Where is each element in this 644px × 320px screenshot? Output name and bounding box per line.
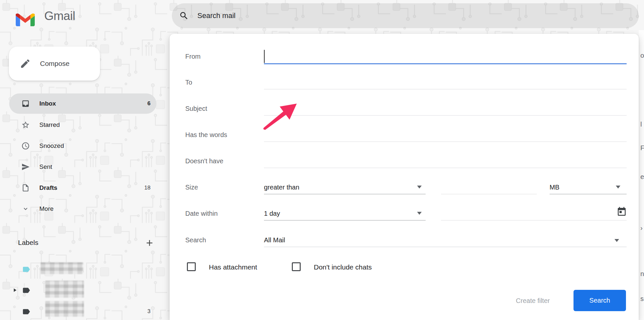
subject-field-label: Subject bbox=[185, 105, 207, 112]
sidebar-item-sent[interactable]: Sent bbox=[9, 157, 156, 177]
compose-button[interactable]: Compose bbox=[9, 47, 100, 81]
expand-triangle-icon[interactable] bbox=[12, 287, 18, 293]
sidebar-item-starred[interactable]: Starred bbox=[9, 115, 156, 135]
size-operator-dropdown-arrow-icon[interactable] bbox=[417, 186, 422, 189]
cutoff-text-fragment: n bbox=[640, 270, 644, 278]
search-icon bbox=[179, 11, 189, 21]
date-input[interactable] bbox=[441, 207, 627, 220]
search-button[interactable]: Search bbox=[574, 290, 626, 311]
has-attachment-label: Has attachment bbox=[209, 263, 257, 271]
sidebar-item-label: Snoozed bbox=[39, 142, 151, 150]
cutoff-text-fragment: l bbox=[640, 121, 642, 128]
size-unit-dropdown-arrow-icon[interactable] bbox=[616, 186, 620, 189]
unread-count: 6 bbox=[148, 100, 151, 107]
date-within-select[interactable]: 1 day bbox=[264, 210, 280, 217]
cutoff-text-fragment: e bbox=[640, 173, 644, 181]
date-within-field-label: Date within bbox=[185, 210, 218, 217]
inbox-icon bbox=[21, 99, 30, 108]
sidebar-item-label: More bbox=[39, 205, 151, 212]
pencil-icon bbox=[20, 58, 31, 69]
has-words-field-label: Has the words bbox=[185, 131, 227, 139]
gmail-app: o l F e › n s Gmail Search mail Compose … bbox=[0, 0, 644, 320]
clock-icon bbox=[21, 142, 30, 150]
redacted-label-name bbox=[45, 301, 84, 317]
search-mail-placeholder: Search mail bbox=[197, 11, 235, 20]
has-words-input[interactable] bbox=[264, 127, 627, 142]
sidebar-item-label: Inbox bbox=[39, 100, 148, 107]
label-tag-icon bbox=[21, 265, 31, 274]
to-field-label: To bbox=[185, 79, 192, 86]
size-operator-select[interactable]: greater than bbox=[264, 184, 299, 191]
search-scope-field-label: Search bbox=[185, 236, 206, 244]
cutoff-text-fragment: o bbox=[640, 52, 644, 59]
gmail-wordmark: Gmail bbox=[44, 9, 75, 23]
to-input[interactable] bbox=[264, 75, 627, 90]
date-within-dropdown-arrow-icon[interactable] bbox=[417, 212, 422, 215]
cutoff-text-fragment: s bbox=[640, 295, 644, 303]
chevron-down-icon bbox=[22, 205, 29, 212]
dont-include-chats-checkbox[interactable] bbox=[292, 262, 301, 271]
label-tag-icon bbox=[21, 307, 31, 316]
cutoff-text-fragment: F bbox=[640, 144, 644, 152]
size-unit-select[interactable]: MB bbox=[550, 184, 559, 191]
size-value-input[interactable] bbox=[441, 182, 537, 194]
sidebar-item-label: Starred bbox=[39, 121, 151, 129]
labels-title: Labels bbox=[18, 239, 38, 247]
compose-label: Compose bbox=[40, 60, 70, 68]
annotation-arrow bbox=[259, 98, 302, 134]
sidebar-item-inbox[interactable]: Inbox 6 bbox=[9, 93, 156, 114]
label-tag-icon bbox=[21, 286, 31, 295]
calendar-icon[interactable] bbox=[616, 207, 627, 217]
dont-include-chats-label: Don't include chats bbox=[314, 263, 372, 271]
search-mail-bar[interactable]: Search mail bbox=[172, 3, 639, 28]
sidebar-item-drafts[interactable]: Drafts 18 bbox=[9, 178, 156, 198]
label-count: 3 bbox=[148, 308, 151, 315]
doesnt-have-input[interactable] bbox=[264, 153, 627, 169]
has-attachment-checkbox[interactable] bbox=[187, 262, 196, 271]
from-input-focused-underline bbox=[264, 63, 627, 64]
search-scope-select[interactable]: All Mail bbox=[264, 236, 285, 244]
cutoff-text-fragment: › bbox=[640, 224, 643, 232]
sidebar-item-label: Sent bbox=[39, 163, 151, 170]
subject-input[interactable] bbox=[264, 101, 627, 116]
star-icon bbox=[21, 121, 30, 129]
sidebar-item-snoozed[interactable]: Snoozed bbox=[9, 136, 156, 156]
add-label-icon[interactable] bbox=[145, 238, 154, 248]
send-icon bbox=[21, 163, 30, 171]
gmail-logo-icon bbox=[16, 12, 35, 27]
sidebar-item-label: Drafts bbox=[39, 184, 144, 191]
draft-count: 18 bbox=[144, 185, 151, 191]
doesnt-have-field-label: Doesn't have bbox=[185, 157, 223, 165]
draft-file-icon bbox=[21, 184, 30, 192]
from-input[interactable] bbox=[264, 49, 627, 64]
redacted-label-name bbox=[45, 281, 84, 298]
labels-section-header: Labels bbox=[18, 239, 156, 247]
search-scope-dropdown-arrow-icon[interactable] bbox=[614, 239, 619, 242]
redacted-label-name bbox=[41, 262, 83, 274]
create-filter-button[interactable]: Create filter bbox=[505, 292, 561, 310]
size-field-label: Size bbox=[185, 184, 198, 191]
text-cursor bbox=[264, 50, 265, 63]
from-field-label: From bbox=[185, 53, 201, 60]
sidebar-item-more[interactable]: More bbox=[9, 199, 156, 219]
